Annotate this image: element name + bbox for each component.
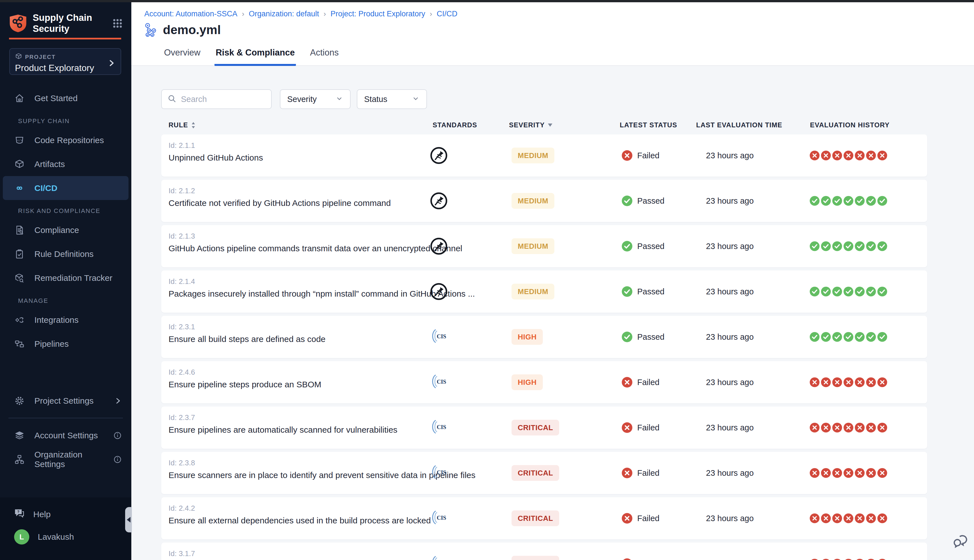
failed-x-icon [621, 150, 633, 161]
sidebar-item-integrations[interactable]: Integrations [0, 308, 131, 332]
table-row[interactable]: Id: 2.1.2Certificate not verified by Git… [161, 180, 927, 222]
table-row[interactable]: Id: 3.1.7CISCRITICALFailed23 hours ago [161, 543, 927, 560]
history-failed-icon [843, 468, 854, 478]
last-evaluation-time: 23 hours ago [706, 514, 754, 523]
home-icon [14, 93, 25, 104]
table-row[interactable]: Id: 2.4.2Ensure all external dependencie… [161, 497, 927, 540]
history-failed-icon [877, 468, 887, 478]
table-row[interactable]: Id: 2.1.3GitHub Actions pipeline command… [161, 225, 927, 267]
brand-underline [9, 38, 121, 40]
sidebar-collapse-handle[interactable] [125, 507, 132, 532]
info-icon [113, 431, 122, 440]
org-icon [14, 454, 25, 465]
history-passed-icon [843, 287, 854, 297]
page-header: Account: Automation-SSCA›Organization: d… [131, 2, 974, 66]
column-header-rule[interactable]: RULE [168, 121, 196, 129]
last-evaluation-time: 23 hours ago [706, 423, 754, 432]
history-passed-icon [854, 287, 865, 297]
history-failed-icon [854, 468, 865, 478]
breadcrumb-link[interactable]: Project: Product Exploratory [330, 10, 425, 18]
tab-overview[interactable]: Overview [163, 44, 202, 66]
sidebar-item-project-settings[interactable]: Project Settings [0, 389, 131, 413]
history-failed-icon [866, 150, 876, 161]
sidebar-item-organization-settings[interactable]: Organization Settings [0, 447, 131, 471]
rule-title: Ensure all build steps are defined as co… [168, 334, 325, 344]
severity-badge: HIGH [512, 374, 543, 390]
rule-id: Id: 2.4.2 [168, 504, 195, 513]
project-name: Product Exploratory [15, 63, 115, 73]
breadcrumb-separator: › [430, 10, 432, 18]
status-label: Failed [637, 514, 659, 523]
column-label: RULE [168, 121, 188, 129]
status-label: Failed [637, 378, 659, 387]
history-passed-icon [877, 287, 887, 297]
module-grid-icon[interactable] [111, 17, 124, 30]
sidebar-item-pipelines[interactable]: Pipelines [0, 332, 131, 356]
history-failed-icon [821, 468, 831, 478]
latest-status: Passed [621, 240, 665, 252]
table-row[interactable]: Id: 2.3.7Ensure pipelines are automatica… [161, 407, 927, 449]
history-passed-icon [843, 241, 854, 252]
history-failed-icon [854, 150, 865, 161]
sidebar-item-remediation-tracker[interactable]: Remediation Tracker [0, 266, 131, 290]
table-row[interactable]: Id: 2.1.1Unpinned GitHub ActionsMEDIUMFa… [161, 134, 927, 177]
sidebar-item-rule-definitions[interactable]: Rule Definitions [0, 242, 131, 266]
tab-risk-compliance[interactable]: Risk & Compliance [215, 44, 296, 66]
status-label: Passed [637, 196, 665, 206]
tab-actions[interactable]: Actions [309, 44, 340, 66]
user-menu[interactable]: L Lavakush [0, 526, 131, 548]
column-header-latest-status: LATEST STATUS [620, 121, 677, 129]
history-failed-icon [821, 150, 831, 161]
history-passed-icon [832, 241, 842, 252]
last-evaluation-time: 23 hours ago [706, 468, 754, 478]
status-label: Failed [637, 151, 659, 160]
latest-status: Failed [621, 150, 659, 161]
sidebar-item-get-started[interactable]: Get Started [0, 86, 131, 110]
window-top-strip [0, 0, 974, 2]
table-row[interactable]: Id: 2.3.1Ensure all build steps are defi… [161, 316, 927, 358]
table-row[interactable]: Id: 2.3.8Ensure scanners are in place to… [161, 452, 927, 494]
history-failed-icon [877, 377, 887, 388]
breadcrumb-link[interactable]: Account: Automation-SSCA [144, 10, 237, 18]
column-header-severity[interactable]: SEVERITY [509, 121, 553, 129]
sidebar-item-label: Remediation Tracker [34, 273, 112, 283]
column-label: EVALUATION HISTORY [810, 121, 889, 129]
page-title: demo.yml [163, 23, 221, 37]
sidebar-item-artifacts[interactable]: Artifacts [0, 152, 131, 176]
table-row[interactable]: Id: 2.4.6Ensure pipeline steps produce a… [161, 361, 927, 403]
rule-id: Id: 2.1.3 [168, 232, 195, 240]
history-failed-icon [821, 423, 831, 433]
sidebar-item-label: Compliance [34, 225, 79, 235]
evaluation-history [809, 558, 887, 560]
rule-id: Id: 2.3.8 [168, 458, 195, 467]
latest-status: Failed [621, 513, 659, 524]
support-chat-icon[interactable] [952, 533, 970, 551]
history-failed-icon [877, 558, 887, 560]
severity-badge: MEDIUM [512, 148, 554, 163]
sidebar-item-cicd[interactable]: CI/CD [3, 176, 128, 200]
sidebar-item-code-repositories[interactable]: </>Code Repositories [0, 128, 131, 152]
rule-title: Ensure all external dependencies used in… [168, 516, 431, 525]
table-row[interactable]: Id: 2.1.4Packages insecurely installed t… [161, 270, 927, 313]
sidebar-divider [8, 418, 123, 418]
history-failed-icon [866, 468, 876, 478]
sidebar-item-account-settings[interactable]: Account Settings [0, 423, 131, 447]
help-button[interactable]: ? Help [0, 503, 131, 526]
history-passed-icon [843, 332, 854, 342]
project-selector[interactable]: PROJECT Product Exploratory [9, 48, 121, 75]
sidebar-item-compliance[interactable]: Compliance [0, 218, 131, 242]
status-label: Passed [637, 332, 665, 342]
breadcrumb-link[interactable]: Organization: default [249, 10, 319, 18]
history-failed-icon [821, 558, 831, 560]
history-failed-icon [866, 558, 876, 560]
sort-icon [191, 122, 196, 129]
rule-title: Ensure pipeline steps produce an SBOM [168, 380, 321, 389]
status-label: Passed [637, 242, 665, 251]
breadcrumb-link[interactable]: CI/CD [437, 10, 458, 18]
integrations-icon [14, 315, 25, 325]
history-failed-icon [809, 513, 820, 524]
latest-status: Failed [621, 558, 659, 560]
svg-text:CIS: CIS [437, 333, 446, 340]
history-failed-icon [809, 468, 820, 478]
chevron-right-icon [114, 397, 122, 405]
